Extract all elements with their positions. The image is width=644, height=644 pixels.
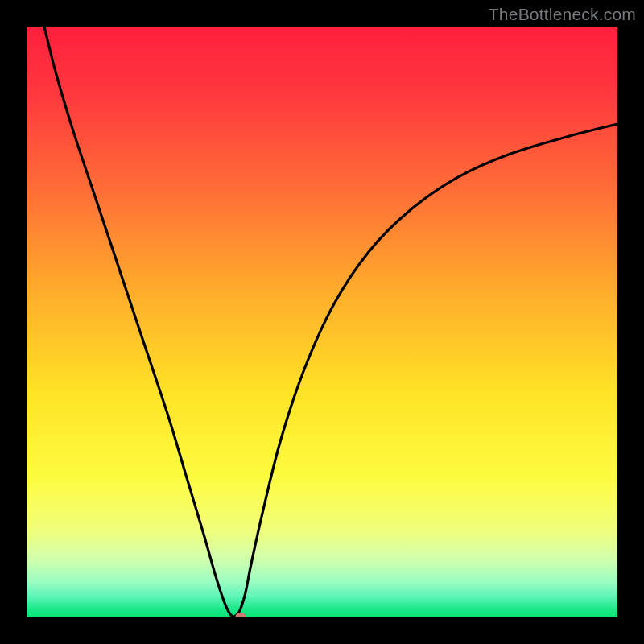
watermark-text: TheBottleneck.com xyxy=(489,5,636,24)
optimal-point-marker xyxy=(236,613,246,617)
bottleneck-curve xyxy=(27,27,617,617)
plot-area xyxy=(27,27,617,617)
chart-frame: TheBottleneck.com xyxy=(0,0,644,644)
